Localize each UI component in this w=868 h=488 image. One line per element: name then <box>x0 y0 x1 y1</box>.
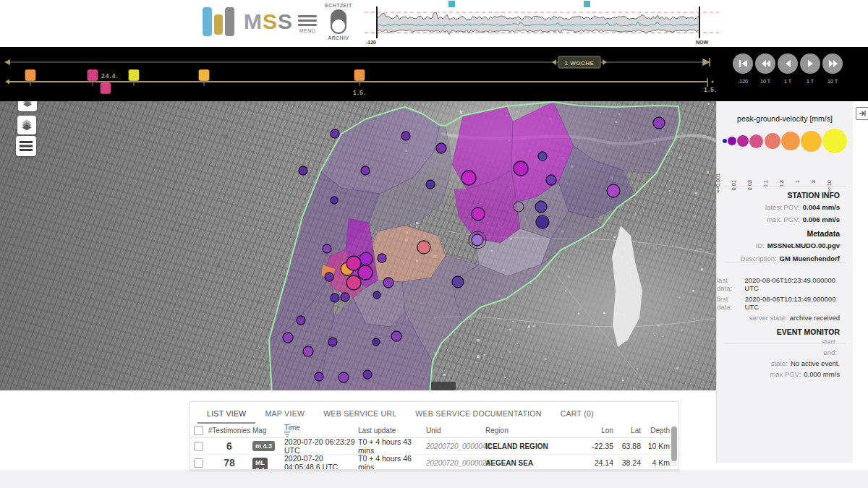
tab-list-view[interactable]: LIST VIEW <box>197 409 255 424</box>
seismogram-plot[interactable] <box>0 0 868 47</box>
station-circle[interactable] <box>299 166 307 175</box>
select-all-checkbox[interactable] <box>194 426 203 435</box>
column-header-lon[interactable]: Lon <box>581 427 613 435</box>
station-circle[interactable] <box>378 254 386 262</box>
track-right-arrow-icon[interactable] <box>703 58 710 67</box>
terrain-shadow <box>93 364 98 368</box>
station-circle[interactable] <box>536 215 549 228</box>
column-header-lat[interactable]: Lat <box>613 427 641 435</box>
event-table-row[interactable]: 6m 4.32020-07-20 06:23:29 UTCT0 + 4 hour… <box>190 438 678 455</box>
station-circle[interactable] <box>373 338 380 346</box>
tab-web-service-documentation[interactable]: WEB SERVICE DOCUMENTATION <box>406 409 550 424</box>
map-layers-button[interactable] <box>17 116 36 134</box>
column-header-time[interactable]: Time <box>284 424 358 437</box>
speckle <box>416 226 417 228</box>
fast-forward-icon <box>827 59 838 69</box>
terrain-shadow <box>190 364 193 367</box>
timeline-event-marker[interactable] <box>199 69 210 81</box>
station-circle[interactable] <box>346 256 361 270</box>
row-checkbox[interactable] <box>194 458 203 468</box>
station-circle[interactable] <box>297 316 305 325</box>
station-circle[interactable] <box>359 252 373 265</box>
event-depth: 4 Km <box>641 458 671 467</box>
station-circle[interactable] <box>373 291 380 299</box>
event-table-row[interactable]: 78ML3.42020-07-20 04:05:48.6 UTCT0 + 4 h… <box>190 455 678 470</box>
station-circle[interactable] <box>417 241 430 254</box>
scrollbar-thumb[interactable] <box>671 427 677 461</box>
station-circle[interactable] <box>331 197 338 204</box>
map-layers-button-top[interactable] <box>18 101 37 111</box>
column-header-depth[interactable]: Depth <box>641 427 671 435</box>
station-circle[interactable] <box>346 275 361 290</box>
station-circle[interactable] <box>315 372 323 381</box>
station-circle[interactable] <box>323 244 331 253</box>
row-checkbox[interactable] <box>194 442 203 451</box>
station-circle[interactable] <box>546 175 556 185</box>
station-circle[interactable] <box>328 338 337 346</box>
speckle <box>504 377 506 378</box>
playback-fast-forward-button[interactable] <box>822 53 843 74</box>
playback-rewind-button[interactable] <box>755 53 775 74</box>
speckle <box>460 390 461 390</box>
seismo-event-marker[interactable] <box>584 1 590 7</box>
station-circle[interactable] <box>436 143 446 153</box>
tab-cart-0[interactable]: CART (0) <box>551 409 603 424</box>
station-info-title: STATION INFO <box>717 191 853 200</box>
testimonies-count: 6 <box>226 440 232 452</box>
station-circle[interactable] <box>283 333 293 343</box>
station-circle[interactable] <box>401 132 410 140</box>
station-circle[interactable] <box>331 129 339 138</box>
station-circle[interactable] <box>361 166 370 175</box>
playback-step-forward-button[interactable] <box>800 53 820 74</box>
station-circle[interactable] <box>426 180 435 189</box>
station-circle[interactable] <box>538 152 547 160</box>
speckle <box>654 335 655 336</box>
station-circle[interactable] <box>358 265 373 280</box>
seismo-event-marker[interactable] <box>448 1 455 7</box>
timeline-event-marker[interactable] <box>354 69 365 81</box>
playback-skip-start-button[interactable] <box>733 53 753 74</box>
column-header-unid[interactable]: Unid <box>426 427 485 435</box>
week-zoom-left-arrow-icon[interactable] <box>552 59 556 65</box>
station-circle[interactable] <box>607 184 620 197</box>
station-circle[interactable] <box>472 234 483 246</box>
column-header-mag[interactable]: Mag <box>252 427 284 435</box>
station-circle[interactable] <box>461 171 476 185</box>
timeline-event-marker[interactable] <box>25 69 36 81</box>
station-circle[interactable] <box>391 331 401 341</box>
column-header-last-update[interactable]: Last update <box>358 427 426 435</box>
timeline-event-marker[interactable] <box>129 69 140 81</box>
column-header--testimonies[interactable]: #Testimonies <box>206 427 252 435</box>
station-circle[interactable] <box>452 276 464 288</box>
station-circle[interactable] <box>339 372 349 382</box>
station-circle[interactable] <box>341 293 349 301</box>
event-time: 2020-07-20 04:05:48.6 UTC <box>284 454 358 470</box>
map-canvas[interactable] <box>0 101 716 390</box>
sidebar-collapse-button[interactable] <box>856 107 868 120</box>
station-circle[interactable] <box>514 161 528 176</box>
timeline-event-marker[interactable] <box>101 82 111 94</box>
station-circle[interactable] <box>383 278 393 288</box>
step-back-icon <box>783 59 793 69</box>
station-circle[interactable] <box>363 370 372 379</box>
station-circle[interactable] <box>472 207 485 221</box>
playback-step-back-button[interactable] <box>778 53 798 74</box>
week-zoom-right-arrow-icon[interactable] <box>603 59 607 65</box>
station-circle[interactable] <box>535 201 547 213</box>
tab-web-service-url[interactable]: WEB SERVICE URL <box>314 409 406 424</box>
station-circle[interactable] <box>325 273 333 281</box>
map-legend-list-button[interactable] <box>16 136 36 156</box>
terrain-shadow <box>178 223 182 227</box>
column-header-region[interactable]: Region <box>485 427 581 435</box>
layers-icon <box>20 118 34 132</box>
station-circle[interactable] <box>653 117 665 129</box>
station-circle[interactable] <box>514 202 524 212</box>
table-scrollbar[interactable] <box>671 425 677 467</box>
terrain-shadow <box>35 133 40 137</box>
timeline-event-marker[interactable] <box>88 69 98 81</box>
filter-icon[interactable] <box>284 432 290 437</box>
tab-map-view[interactable]: MAP VIEW <box>255 409 314 424</box>
station-circle[interactable] <box>303 346 313 356</box>
station-circle[interactable] <box>331 294 339 302</box>
timeline-date-label: 24.4. <box>101 72 119 80</box>
